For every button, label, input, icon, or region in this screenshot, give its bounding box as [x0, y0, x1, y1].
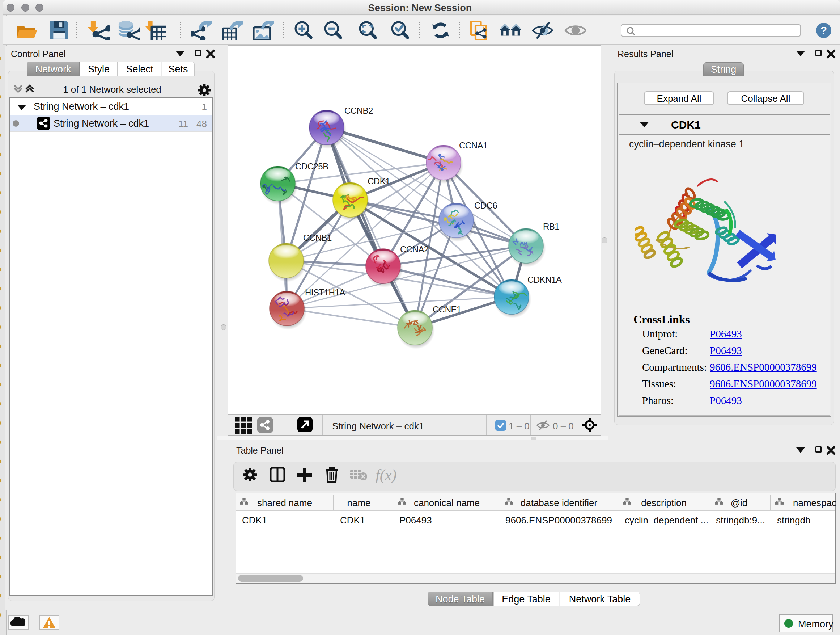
svg-text:CCNA2: CCNA2: [400, 244, 429, 254]
svg-text:RB1: RB1: [543, 222, 559, 231]
svg-text:CCNB2: CCNB2: [344, 106, 373, 116]
svg-text:CCNA1: CCNA1: [459, 141, 488, 150]
svg-text:CDC25B: CDC25B: [295, 162, 328, 171]
svg-text:HIST1H1A: HIST1H1A: [305, 287, 345, 297]
svg-text:CDK1: CDK1: [368, 176, 390, 186]
svg-text:CDC6: CDC6: [474, 201, 497, 211]
svg-text:CDKN1A: CDKN1A: [527, 275, 562, 285]
svg-text:CCNE1: CCNE1: [433, 304, 461, 314]
svg-text:CCNB1: CCNB1: [303, 233, 332, 242]
